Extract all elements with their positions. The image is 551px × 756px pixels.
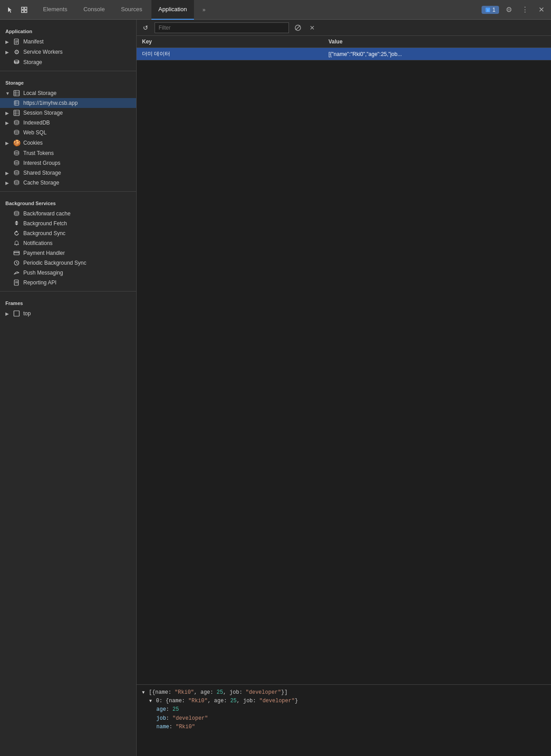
cookies-label: Cookies (23, 140, 43, 146)
pm-label: Push Messaging (23, 270, 63, 276)
shared-icon (13, 170, 21, 176)
ls-url-label: https://1imyhw.csb.app (23, 100, 77, 106)
tab-application[interactable]: Application (151, 0, 194, 20)
svg-rect-15 (14, 101, 19, 105)
idb-label: IndexedDB (23, 120, 50, 126)
json-line-1: ▼ [{name: "Rki0", age: 25, job: "develop… (142, 688, 546, 697)
svg-rect-0 (22, 7, 24, 9)
sidebar-item-ls-url[interactable]: https://1imyhw.csb.app (0, 98, 136, 108)
json-line-4: job: "developer" (142, 714, 546, 723)
sidebar-item-periodicbgsync[interactable]: ▶ Periodic Background Sync (0, 258, 136, 268)
ig-label: Interest Groups (23, 160, 60, 166)
sidebar-item-bfcache[interactable]: ▶ Back/forward cache (0, 209, 136, 219)
close-btn[interactable]: ✕ (535, 4, 547, 16)
cookies-icon: 🍪 (13, 139, 21, 146)
sidebar-item-pushmessaging[interactable]: ▶ Push Messaging (0, 268, 136, 278)
bgf-icon (13, 220, 21, 227)
svg-point-10 (14, 60, 19, 62)
refresh-btn[interactable]: ↺ (140, 22, 151, 33)
cache-chevron: ▶ (5, 180, 10, 185)
sidebar-item-cachestorage[interactable]: ▶ Cache Storage (0, 178, 136, 188)
sidebar-item-interestgroups[interactable]: ▶ Interest Groups (0, 158, 136, 168)
svg-rect-32 (14, 251, 19, 255)
table-row[interactable]: 더미 데이터 [{"name":"Rki0","age":25,"job... (137, 48, 551, 60)
wsql-icon (13, 129, 21, 136)
sidebar-item-manifest[interactable]: ▶ Manifest (0, 37, 136, 47)
sidebar-item-localstorage[interactable]: ▼ Local Storage (0, 88, 136, 98)
sw-label: Service Workers (23, 49, 63, 55)
triangle-1: ▼ (142, 690, 145, 695)
pay-label: Payment Handler (23, 250, 65, 256)
frames-section-title: Frames (0, 295, 136, 309)
bottom-panel: ▼ [{name: "Rki0", age: 25, job: "develop… (137, 684, 551, 756)
bg-section-title: Background Services (0, 195, 136, 209)
block-clear-btn[interactable] (293, 22, 303, 33)
divider-1 (0, 71, 136, 71)
sw-chevron: ▶ (5, 50, 10, 55)
json-line-5: name: "Rki0" (142, 723, 546, 731)
sidebar-item-reportingapi[interactable]: ▶ Reporting API (0, 278, 136, 288)
sidebar-item-serviceworkers[interactable]: ▶ ⚙ Service Workers (0, 47, 136, 57)
sidebar-item-websql[interactable]: ▶ Web SQL (0, 128, 136, 137)
bfc-label: Back/forward cache (23, 210, 70, 217)
main-layout: Application ▶ Manifest ▶ ⚙ Service Worke… (0, 20, 551, 756)
sidebar-item-storage-app[interactable]: ▶ Storage (0, 57, 136, 67)
sidebar-item-sessionstorage[interactable]: ▶ Session Storage (0, 108, 136, 118)
sidebar-item-cookies[interactable]: ▶ 🍪 Cookies (0, 137, 136, 148)
clear-all-btn[interactable]: ✕ (307, 22, 318, 33)
cursor-icon-btn[interactable] (4, 4, 16, 16)
more-tabs-btn[interactable]: » (198, 4, 210, 16)
frames-top-icon (13, 310, 21, 317)
json-line-3: age: 25 (142, 705, 546, 714)
notif-icon (13, 240, 21, 246)
divider-2 (0, 191, 136, 192)
tab-bar: Elements Console Sources Application » !… (0, 0, 551, 20)
sidebar-item-indexeddb[interactable]: ▶ IndexedDB (0, 118, 136, 128)
svg-rect-19 (14, 110, 19, 116)
cache-icon (13, 180, 21, 186)
storage-section-title: Storage (0, 75, 136, 88)
sidebar-item-paymenthandler[interactable]: ▶ Payment Handler (0, 248, 136, 258)
sidebar-item-bgfetch[interactable]: ▶ Background Fetch (0, 219, 136, 228)
triangle-2: ▼ (149, 699, 152, 704)
svg-point-24 (14, 130, 19, 132)
frames-top-chevron: ▶ (5, 311, 10, 316)
filter-input[interactable] (155, 22, 289, 33)
bgs-icon (13, 230, 21, 236)
inspect-icon-btn[interactable] (18, 4, 30, 16)
ra-icon (13, 279, 21, 286)
pbs-label: Periodic Background Sync (23, 260, 86, 266)
issues-badge-btn[interactable]: ! 1 (482, 6, 499, 14)
pbs-icon (13, 260, 21, 266)
tab-bar-icons (4, 4, 30, 16)
svg-rect-2 (22, 10, 24, 13)
storage-toolbar: ↺ ✕ (137, 20, 551, 36)
sidebar-item-sharedstorage[interactable]: ▶ Shared Storage (0, 168, 136, 178)
cell-value: [{"name":"Rki0","age":25,"job... (323, 48, 551, 60)
settings-btn[interactable]: ⚙ (503, 4, 515, 16)
svg-point-28 (14, 180, 19, 182)
notif-label: Notifications (23, 240, 52, 246)
frames-top-label: top (23, 310, 31, 317)
tab-bar-right: ! 1 ⚙ ⋮ ✕ (482, 4, 547, 16)
svg-rect-40 (14, 311, 19, 316)
ss-label: Session Storage (23, 110, 63, 116)
json-line-2: ▼ 0: {name: "Rki0", age: 25, job: "devel… (142, 697, 546, 705)
ls-label: Local Storage (23, 90, 56, 96)
tab-sources[interactable]: Sources (114, 0, 150, 20)
tab-console[interactable]: Console (76, 0, 112, 20)
sidebar-item-bgsync[interactable]: ▶ Background Sync (0, 228, 136, 238)
col-header-key: Key (137, 36, 323, 48)
ss-chevron: ▶ (5, 111, 10, 116)
divider-3 (0, 291, 136, 292)
svg-rect-11 (14, 90, 19, 96)
svg-rect-1 (25, 7, 27, 9)
sidebar-item-trusttokens[interactable]: ▶ Trust Tokens (0, 148, 136, 158)
storage-app-icon (13, 59, 21, 65)
svg-rect-3 (25, 10, 27, 13)
sidebar-item-frames-top[interactable]: ▶ top (0, 309, 136, 318)
sidebar-item-notifications[interactable]: ▶ Notifications (0, 238, 136, 248)
menu-btn[interactable]: ⋮ (519, 4, 531, 16)
tab-elements[interactable]: Elements (36, 0, 74, 20)
app-section-title: Application (0, 23, 136, 37)
